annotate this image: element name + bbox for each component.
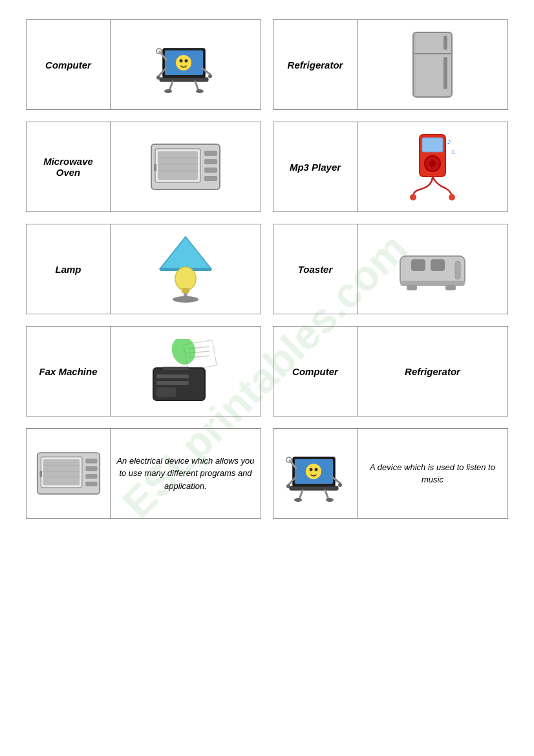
svg-rect-52 — [407, 285, 417, 290]
microwave-desc-icon — [36, 448, 101, 499]
svg-rect-53 — [445, 285, 456, 290]
svg-rect-74 — [39, 470, 42, 477]
svg-rect-61 — [156, 381, 189, 385]
refrigerator-2-label: Refrigerator — [405, 366, 460, 377]
microwave-icon — [150, 141, 221, 193]
svg-point-4 — [185, 59, 188, 63]
row-5: An electrical device which allows you to… — [26, 428, 508, 519]
microwave-oven-label: Microwave Oven — [27, 122, 111, 211]
row-4: Fax Machine — [26, 326, 508, 416]
svg-line-87 — [299, 490, 303, 499]
computer-1-label: Computer — [27, 20, 111, 109]
main-grid: Computer — [26, 19, 508, 519]
svg-rect-50 — [455, 261, 460, 279]
card-lamp: Lamp — [26, 224, 261, 314]
fax-machine-image — [111, 327, 261, 416]
svg-line-12 — [169, 81, 173, 91]
svg-text:♪: ♪ — [447, 136, 451, 146]
svg-rect-34 — [422, 138, 443, 152]
refrigerator-icon — [410, 29, 455, 100]
lamp-image — [111, 224, 261, 314]
svg-rect-66 — [43, 459, 79, 485]
svg-rect-29 — [204, 159, 217, 164]
svg-point-82 — [286, 484, 290, 488]
svg-rect-62 — [156, 387, 176, 397]
svg-rect-73 — [85, 482, 97, 486]
card-computer-refrigerator: Computer Refrigerator — [273, 326, 508, 416]
svg-rect-71 — [85, 466, 97, 471]
svg-point-9 — [208, 74, 212, 78]
card-mp3-player: Mp3 Player ♪ ♫ — [273, 122, 508, 212]
computer-desc-icon — [283, 441, 348, 506]
svg-rect-80 — [290, 486, 338, 490]
svg-point-90 — [326, 498, 334, 502]
svg-rect-49 — [431, 259, 445, 271]
svg-line-13 — [195, 81, 198, 91]
svg-point-89 — [294, 498, 302, 502]
svg-rect-32 — [154, 164, 156, 171]
toaster-icon — [397, 243, 468, 295]
computer-1-image — [111, 20, 261, 109]
card-computer-1: Computer — [26, 19, 261, 110]
svg-rect-5 — [160, 78, 208, 81]
svg-point-79 — [314, 468, 317, 471]
svg-rect-19 — [443, 57, 447, 89]
svg-point-38 — [449, 194, 455, 200]
svg-rect-63 — [163, 367, 189, 370]
svg-rect-60 — [156, 374, 189, 378]
svg-point-3 — [180, 59, 183, 63]
svg-rect-18 — [443, 36, 447, 50]
svg-point-7 — [156, 76, 160, 80]
toaster-image — [358, 224, 507, 314]
lamp-label: Lamp — [27, 224, 111, 314]
card-computer-desc: A device which is used to listen to musi… — [273, 428, 508, 519]
lamp-icon — [153, 233, 218, 305]
svg-rect-24 — [158, 151, 198, 180]
card-refrigerator-1: Refrigerator — [273, 19, 508, 110]
card-microwave-desc: An electrical device which allows you to… — [26, 428, 261, 519]
microwave-oven-image — [111, 122, 261, 211]
svg-rect-48 — [411, 259, 425, 271]
svg-point-36 — [429, 160, 436, 167]
svg-rect-44 — [182, 288, 189, 293]
mp3-player-image: ♪ ♫ — [358, 122, 507, 211]
card-microwave-oven: Microwave Oven — [26, 122, 261, 212]
mp3-player-label: Mp3 Player — [273, 122, 358, 211]
svg-point-14 — [164, 89, 172, 93]
row-2: Microwave Oven — [26, 122, 508, 212]
refrigerator-1-label: Refrigerator — [273, 20, 358, 109]
svg-point-84 — [338, 483, 342, 487]
svg-point-2 — [176, 55, 191, 70]
svg-line-88 — [325, 490, 328, 499]
computer-refrigerator-label: Refrigerator — [358, 327, 507, 416]
svg-point-15 — [196, 89, 204, 93]
row-3: Lamp Toaster — [26, 224, 508, 314]
svg-point-43 — [175, 267, 196, 290]
computer-desc-image — [273, 429, 358, 518]
svg-rect-51 — [400, 281, 465, 286]
svg-point-78 — [309, 468, 312, 471]
fax-machine-label: Fax Machine — [27, 327, 111, 416]
svg-rect-72 — [85, 474, 97, 479]
mp3-icon: ♪ ♫ — [400, 131, 465, 202]
computer-2-label: Computer — [273, 327, 358, 416]
svg-rect-70 — [85, 459, 97, 463]
svg-text:♫: ♫ — [451, 148, 456, 155]
card-toaster: Toaster — [273, 224, 508, 314]
computer-desc-text: A device which is used to listen to musi… — [358, 429, 507, 518]
svg-rect-30 — [204, 167, 217, 173]
svg-point-46 — [173, 296, 198, 303]
card-fax-machine: Fax Machine — [26, 326, 261, 416]
row-1: Computer — [26, 19, 508, 110]
refrigerator-1-image — [358, 20, 507, 109]
microwave-desc-text: An electrical device which allows you to… — [111, 429, 261, 518]
svg-point-77 — [306, 464, 321, 479]
computer-icon — [153, 32, 218, 97]
svg-marker-41 — [160, 237, 211, 269]
svg-rect-31 — [204, 176, 217, 181]
svg-rect-28 — [204, 151, 217, 156]
svg-point-37 — [410, 194, 416, 200]
microwave-desc-image — [27, 429, 111, 518]
toaster-label: Toaster — [273, 224, 358, 314]
fax-icon — [150, 339, 221, 404]
